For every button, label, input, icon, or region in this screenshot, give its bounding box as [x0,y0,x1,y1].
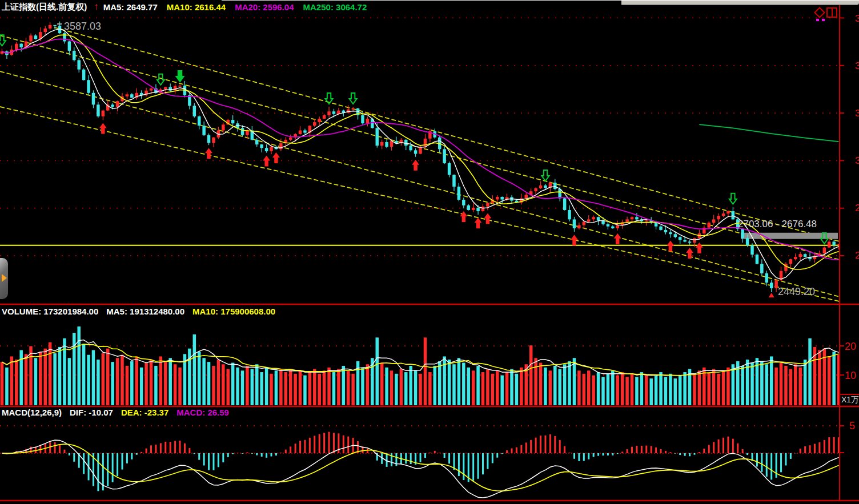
low-price-label: 2449.20 [778,286,815,298]
expand-right-icon [2,274,7,282]
volume-ma10-value: MA10: 175900608.00 [192,307,275,316]
ma20-value: MA20: 2596.04 [235,2,294,12]
gap-range-label: 2703.06 - 2676.48 [738,219,817,230]
volume-header: VOLUME: 173201984.00 MA5: 191312480.00 M… [2,307,275,316]
ma10-value: MA10: 2616.44 [167,2,226,12]
volume-ma5-value: MA5: 191312480.00 [106,307,184,316]
trading-app-window: 上证指数(日线.前复权) ↑ MA5: 2649.77 MA10: 2616.4… [0,0,859,504]
main-chart-header: 上证指数(日线.前复权) ↑ MA5: 2649.77 MA10: 2616.4… [2,1,367,13]
axis-digit-sliver: 2 [855,250,859,260]
magenta-dot-marker [822,19,825,21]
up-arrow-icon: ↑ [94,1,99,13]
macd-header: MACD(12,26,9) DIF: -10.07 DEA: -23.37 MA… [2,408,229,417]
peak-price-label: 3587.03 [64,21,101,33]
volume-axis-label: 20 [845,341,856,353]
axis-digit-sliver: 3 [855,61,859,71]
dif-value: DIF: -10.07 [70,408,113,417]
axis-digit-sliver: 3 [855,13,859,23]
volume-unit-label: X1万 [840,394,859,406]
ma5-value: MA5: 2649.77 [103,2,158,12]
instrument-title: 上证指数(日线.前复权) [2,2,87,13]
volume-axis-label: 10 [845,370,856,382]
macd-name: MACD(12,26,9) [2,408,62,417]
axis-digit-sliver: 2 [855,203,859,213]
macd-axis-label: 5 [849,420,855,432]
axis-digit-sliver: 3 [855,108,859,118]
split-pane-icon[interactable] [826,7,837,18]
macd-value: MACD: 26.59 [176,408,229,417]
volume-value: VOLUME: 173201984.00 [2,307,98,316]
axis-digit-sliver: 3 [855,155,859,166]
price-chart-svg[interactable] [0,0,859,504]
sidebar-expander-handle[interactable] [0,258,8,299]
magenta-dot-marker [816,19,819,21]
scrollbar-strip[interactable] [621,0,859,5]
ma250-value: MA250: 3064.72 [303,2,367,12]
dea-value: DEA: -23.37 [121,408,168,417]
